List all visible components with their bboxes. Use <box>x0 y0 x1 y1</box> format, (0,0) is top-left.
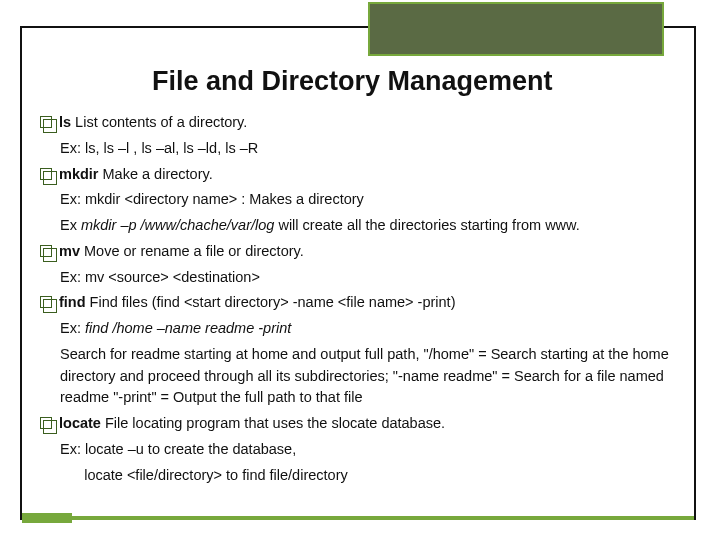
item-text: ls List contents of a directory. <box>59 112 247 134</box>
example-text: Ex: mkdir <directory name> : Makes a dir… <box>40 189 684 211</box>
example-text: Ex: mv <source> <destination> <box>40 267 684 289</box>
example-prefix: Ex: <box>60 320 85 336</box>
bullet-icon <box>40 116 52 128</box>
command-name: mkdir <box>59 166 99 182</box>
list-item: find Find files (find <start directory> … <box>40 292 684 314</box>
command-desc: Move or rename a file or directory. <box>80 243 304 259</box>
example-suffix: will create all the directories starting… <box>274 217 579 233</box>
example-prefix: Ex <box>60 217 81 233</box>
example-text: Ex mkdir –p /www/chache/var/log will cre… <box>40 215 684 237</box>
list-item: ls List contents of a directory. <box>40 112 684 134</box>
list-item: mv Move or rename a file or directory. <box>40 241 684 263</box>
bullet-icon <box>40 168 52 180</box>
example-code: mkdir –p /www/chache/var/log <box>81 217 274 233</box>
slide-content: ls List contents of a directory. Ex: ls,… <box>40 112 684 506</box>
item-text: mv Move or rename a file or directory. <box>59 241 304 263</box>
command-desc: List contents of a directory. <box>71 114 247 130</box>
list-item: mkdir Make a directory. <box>40 164 684 186</box>
item-text: mkdir Make a directory. <box>59 164 213 186</box>
command-desc: Make a directory. <box>99 166 213 182</box>
command-name: ls <box>59 114 71 130</box>
header-accent-block <box>368 2 664 56</box>
bullet-icon <box>40 245 52 257</box>
example-explanation: Search for readme starting at home and o… <box>40 344 684 409</box>
bullet-icon <box>40 296 52 308</box>
item-text: locate File locating program that uses t… <box>59 413 445 435</box>
example-text: locate <file/directory> to find file/dir… <box>40 465 684 487</box>
page-title: File and Directory Management <box>152 66 692 97</box>
example-text: Ex: find /home –name readme -print <box>40 318 684 340</box>
command-desc: File locating program that uses the sloc… <box>101 415 445 431</box>
list-item: locate File locating program that uses t… <box>40 413 684 435</box>
example-code: find /home –name readme -print <box>85 320 291 336</box>
example-text: Ex: locate –u to create the database, <box>40 439 684 461</box>
command-name: mv <box>59 243 80 259</box>
command-name: find <box>59 294 86 310</box>
example-text: Ex: ls, ls –l , ls –al, ls –ld, ls –R <box>40 138 684 160</box>
command-name: locate <box>59 415 101 431</box>
bullet-icon <box>40 417 52 429</box>
item-text: find Find files (find <start directory> … <box>59 292 455 314</box>
command-desc: Find files (find <start directory> -name… <box>86 294 456 310</box>
slide-frame: File and Directory Management ls List co… <box>20 26 696 520</box>
footer-accent-line <box>22 516 694 520</box>
